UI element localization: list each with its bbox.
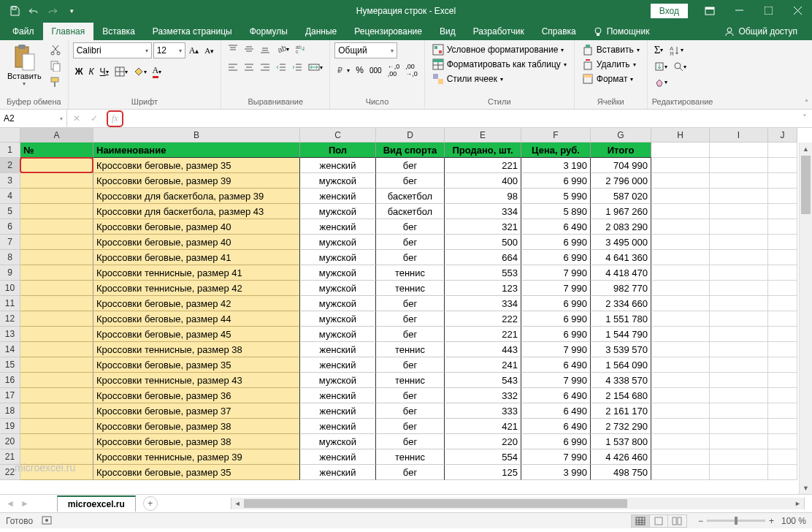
cell[interactable] [651,250,710,265]
zoom-slider[interactable]: − + [698,516,774,526]
copy-icon[interactable] [47,58,64,73]
decrease-decimal-icon[interactable]: ,00→,0 [403,61,420,79]
cell[interactable]: 4 338 570 [591,373,651,388]
cell[interactable]: мужской [300,311,376,327]
row-header-5[interactable]: 5 [0,204,20,219]
cell[interactable]: бег [376,419,445,434]
cell[interactable]: Кроссовки беговые, размер 45 [93,327,300,342]
undo-icon[interactable] [25,2,42,20]
qat-customize-icon[interactable]: ▾ [63,2,80,20]
select-all-corner[interactable] [0,128,20,142]
cell[interactable] [651,142,710,158]
cell[interactable]: 241 [445,357,521,373]
cell[interactable]: мужской [300,373,376,388]
cell[interactable]: 2 796 000 [591,173,651,189]
cell[interactable] [651,388,710,403]
col-header-C[interactable]: C [300,128,376,142]
cell[interactable]: 6 990 [521,296,591,311]
cell[interactable]: женский [300,465,376,480]
cell[interactable]: 6 990 [521,311,591,327]
cell[interactable] [710,204,768,219]
cell[interactable] [768,204,797,219]
row-header-10[interactable]: 10 [0,281,20,296]
ribbon-display-icon[interactable] [699,2,721,20]
cell[interactable]: 222 [445,311,521,327]
cell[interactable] [20,235,93,250]
cell[interactable]: Кроссовки для баскетбола, размер 43 [93,204,300,219]
cell[interactable]: 1 544 790 [591,327,651,342]
cell[interactable]: 125 [445,465,521,480]
cell[interactable] [768,342,797,357]
cell[interactable]: 1 967 260 [591,204,651,219]
row-header-1[interactable]: 1 [0,142,20,158]
cell[interactable]: 6 990 [521,327,591,342]
cell[interactable] [20,327,93,342]
cell[interactable] [768,357,797,373]
cell[interactable]: 2 732 290 [591,419,651,434]
cell[interactable] [20,265,93,281]
row-header-12[interactable]: 12 [0,311,20,327]
cell[interactable]: 7 990 [521,342,591,357]
tab-view[interactable]: Вид [431,23,464,40]
col-header-B[interactable]: B [93,128,300,142]
align-top-icon[interactable] [226,42,240,56]
page-layout-view-icon[interactable] [650,515,668,527]
cell[interactable]: Кроссовки беговые, размер 39 [93,173,300,189]
cell[interactable] [20,219,93,235]
cell[interactable]: 7 990 [521,281,591,296]
col-header-J[interactable]: J [768,128,797,142]
tab-review[interactable]: Рецензирование [345,23,431,40]
cell[interactable] [768,173,797,189]
format-as-table-button[interactable]: Форматировать как таблицу▾ [429,57,570,72]
wrap-text-icon[interactable]: abc [293,42,309,56]
cell[interactable] [768,465,797,480]
add-sheet-button[interactable]: + [143,496,158,511]
cell[interactable]: 321 [445,219,521,235]
cell-styles-button[interactable]: Стили ячеек▾ [429,72,506,86]
scroll-up-icon[interactable]: ▲ [800,142,812,155]
cell[interactable]: 7 990 [521,449,591,465]
cell[interactable]: Кроссовки беговые, размер 42 [93,296,300,311]
sort-filter-icon[interactable]: AЯ▾ [667,42,686,58]
tab-data[interactable]: Данные [296,23,345,40]
cell[interactable]: 3 495 000 [591,235,651,250]
cell[interactable]: Кроссовки для баскетбола, размер 39 [93,189,300,204]
cell[interactable]: мужской [300,204,376,219]
cell[interactable]: 6 990 [521,235,591,250]
cell[interactable]: 553 [445,265,521,281]
cell[interactable]: женский [300,158,376,173]
cell[interactable] [710,142,768,158]
cell[interactable] [710,235,768,250]
col-header-H[interactable]: H [651,128,710,142]
cell[interactable]: бег [376,173,445,189]
insert-cells-button[interactable]: Вставить▾ [579,42,643,57]
cell[interactable]: женский [300,357,376,373]
row-header-3[interactable]: 3 [0,173,20,189]
cell[interactable]: Кроссовки теннисные, размер 38 [93,342,300,357]
cell[interactable]: 2 083 290 [591,219,651,235]
macro-record-icon[interactable] [42,514,52,527]
decrease-indent-icon[interactable] [274,61,288,74]
vertical-scrollbar[interactable]: ▲ ▼ [799,142,812,494]
cells[interactable]: №НаименованиеПолВид спортаПродано, шт.Це… [20,142,797,480]
align-bottom-icon[interactable] [258,42,272,56]
cell[interactable]: 221 [445,158,521,173]
cell[interactable] [710,403,768,419]
close-icon[interactable] [783,0,812,21]
conditional-formatting-button[interactable]: Условное форматирование▾ [429,42,567,57]
cell[interactable] [20,173,93,189]
share-button[interactable]: Общий доступ [721,23,801,40]
zoom-in-icon[interactable]: + [769,516,774,526]
cell[interactable]: теннис [376,265,445,281]
cell[interactable] [710,388,768,403]
page-break-view-icon[interactable] [668,515,686,527]
horizontal-scrollbar[interactable]: ◄ ► [231,498,805,509]
cell[interactable]: мужской [300,250,376,265]
percent-icon[interactable]: % [353,61,366,79]
cell[interactable]: 6 990 [521,173,591,189]
align-right-icon[interactable] [258,61,272,74]
cell[interactable]: бег [376,403,445,419]
cell[interactable] [768,449,797,465]
cell[interactable] [20,342,93,357]
cell[interactable]: Кроссовки беговые, размер 35 [93,158,300,173]
